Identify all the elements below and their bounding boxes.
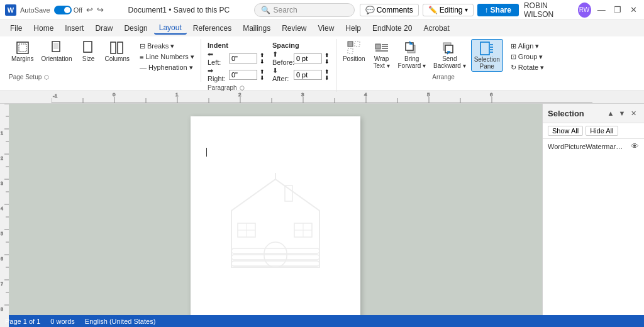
- svg-text:6: 6: [1, 257, 3, 261]
- group-icon: ⊡: [511, 53, 516, 61]
- selection-pane-header: Selection ▲ ▼ ✕: [543, 104, 644, 123]
- svg-rect-78: [285, 186, 292, 201]
- margins-button[interactable]: Margins: [9, 39, 36, 64]
- autosave-toggle[interactable]: Off: [54, 6, 82, 14]
- position-button[interactable]: Position: [340, 39, 368, 64]
- align-button[interactable]: ⊞ Align ▾: [508, 42, 547, 51]
- hide-all-button[interactable]: Hide All: [586, 126, 618, 136]
- share-button[interactable]: ↑ Share: [477, 4, 519, 16]
- restore-button[interactable]: ❐: [612, 4, 623, 16]
- rotate-button[interactable]: ↻ Rotate ▾: [508, 63, 547, 72]
- indent-right-spinner[interactable]: ⬆⬇: [260, 69, 265, 81]
- menu-layout[interactable]: Layout: [154, 22, 187, 35]
- menu-acrobat[interactable]: Acrobat: [418, 23, 454, 34]
- document-area[interactable]: [9, 104, 542, 315]
- avatar[interactable]: RW: [578, 3, 591, 18]
- menu-draw[interactable]: Draw: [90, 23, 118, 34]
- line-numbers-button[interactable]: ≡ Line Numbers ▾: [137, 52, 197, 62]
- align-label: Align ▾: [518, 42, 540, 50]
- undo-btn[interactable]: ↩: [86, 5, 93, 14]
- watermark-house: [213, 167, 338, 280]
- spacing-before-input[interactable]: [294, 53, 322, 64]
- selection-pane-title: Selection: [548, 109, 584, 118]
- spacing-after-spinner[interactable]: ⬆⬇: [325, 69, 330, 81]
- pane-nav-down[interactable]: ▼: [616, 108, 628, 119]
- minimize-button[interactable]: —: [596, 4, 608, 16]
- wrap-text-button[interactable]: WrapText ▾: [370, 39, 393, 70]
- close-button[interactable]: ✕: [628, 4, 640, 16]
- menu-insert[interactable]: Insert: [60, 23, 89, 34]
- hyphenation-button[interactable]: — Hyphenation ▾: [137, 63, 197, 72]
- indent-left-spinner[interactable]: ⬆⬇: [260, 52, 265, 65]
- visibility-icon[interactable]: 👁: [631, 141, 639, 151]
- spacing-heading: Spacing: [272, 42, 330, 49]
- ribbon-small-group-pagesetup: ⊟ Breaks ▾ ≡ Line Numbers ▾ — Hyphenatio…: [137, 39, 197, 72]
- indent-left-input[interactable]: [229, 53, 257, 64]
- menu-mailings[interactable]: Mailings: [238, 23, 275, 34]
- ribbon-group-paragraph: Indent ⬅ Left: ⬆⬇ ➡ Right: ⬆⬇: [201, 39, 336, 92]
- comments-button[interactable]: 💬 Comments: [360, 4, 419, 16]
- paragraph-expand-icon[interactable]: ⬡: [240, 85, 245, 91]
- paragraph-text: Paragraph: [208, 84, 237, 91]
- selection-item[interactable]: WordPictureWatermark710... 👁: [543, 139, 644, 153]
- line-numbers-label: Line Numbers ▾: [145, 53, 194, 61]
- group-button[interactable]: ⊡ Group ▾: [508, 52, 547, 62]
- wrap-text-label: WrapText ▾: [373, 55, 389, 69]
- bring-forward-label: BringForward ▾: [398, 55, 426, 69]
- breaks-button[interactable]: ⊟ Breaks ▾: [137, 42, 197, 51]
- menu-help[interactable]: Help: [340, 23, 366, 34]
- bring-forward-button[interactable]: BringForward ▾: [396, 39, 428, 70]
- svg-rect-20: [480, 42, 489, 55]
- show-all-button[interactable]: Show All: [548, 126, 583, 136]
- indent-right-input[interactable]: [229, 70, 257, 80]
- spacing-before-label: ⬆ Before:: [272, 50, 291, 66]
- size-label: Size: [82, 55, 94, 62]
- ribbon: Margins Orientation Size: [0, 36, 644, 91]
- svg-rect-25: [52, 92, 592, 103]
- redo-btn[interactable]: ↪: [97, 5, 104, 14]
- title-bar-right: 🔍 Search 💬 Comments ✏️ Editing ▾ ↑ Share…: [254, 1, 639, 19]
- menu-design[interactable]: Design: [119, 23, 152, 34]
- page-setup-expand-icon[interactable]: ⬡: [44, 74, 49, 80]
- svg-rect-8: [348, 42, 353, 47]
- selection-item-name: WordPictureWatermark710...: [548, 143, 623, 150]
- ribbon-group-arrange: Position WrapText ▾ BringForward ▾: [336, 39, 550, 82]
- pane-nav-up[interactable]: ▲: [605, 108, 616, 119]
- search-bar[interactable]: 🔍 Search: [254, 3, 355, 17]
- svg-text:1: 1: [175, 92, 179, 97]
- search-label: Search: [274, 6, 297, 14]
- orientation-button[interactable]: Orientation: [39, 39, 75, 64]
- send-backward-button[interactable]: SendBackward ▾: [431, 39, 469, 70]
- svg-rect-6: [111, 42, 116, 53]
- pane-close-button[interactable]: ✕: [628, 108, 639, 119]
- svg-text:2: 2: [238, 92, 242, 97]
- search-icon: 🔍: [261, 6, 270, 14]
- indent-section: Indent ⬅ Left: ⬆⬇ ➡ Right: ⬆⬇: [208, 42, 265, 83]
- indent-spacing-container: Indent ⬅ Left: ⬆⬇ ➡ Right: ⬆⬇: [208, 42, 330, 83]
- menu-references[interactable]: References: [188, 23, 236, 34]
- menu-view[interactable]: View: [313, 23, 340, 34]
- rotate-label: Rotate ▾: [518, 64, 544, 72]
- position-label: Position: [343, 55, 365, 62]
- selection-pane-button[interactable]: SelectionPane: [471, 39, 503, 72]
- menu-review[interactable]: Review: [277, 23, 311, 34]
- indent-left-label: ⬅ Left:: [208, 50, 226, 66]
- columns-button[interactable]: Columns: [103, 39, 132, 64]
- hyphenation-icon: —: [140, 64, 147, 72]
- editing-button[interactable]: ✏️ Editing ▾: [423, 4, 474, 16]
- indent-heading: Indent: [208, 42, 265, 49]
- spacing-after-input[interactable]: [294, 70, 322, 80]
- svg-text:5: 5: [1, 231, 3, 236]
- size-button[interactable]: Size: [77, 39, 100, 64]
- indent-right-label: ➡ Right:: [208, 67, 226, 82]
- menu-endnote[interactable]: EndNote 20: [367, 23, 417, 34]
- position-icon: [347, 40, 362, 55]
- spacing-before-spinner[interactable]: ⬆⬇: [325, 52, 330, 65]
- indent-right-row: ➡ Right: ⬆⬇: [208, 67, 265, 82]
- send-backward-label: SendBackward ▾: [433, 55, 466, 69]
- arrange-small-group: ⊞ Align ▾ ⊡ Group ▾ ↻ Rotate ▾: [508, 39, 547, 72]
- share-icon: ↑: [485, 6, 489, 14]
- menu-file[interactable]: File: [5, 23, 27, 34]
- autosave-switch[interactable]: [54, 6, 72, 14]
- menu-home[interactable]: Home: [28, 23, 58, 34]
